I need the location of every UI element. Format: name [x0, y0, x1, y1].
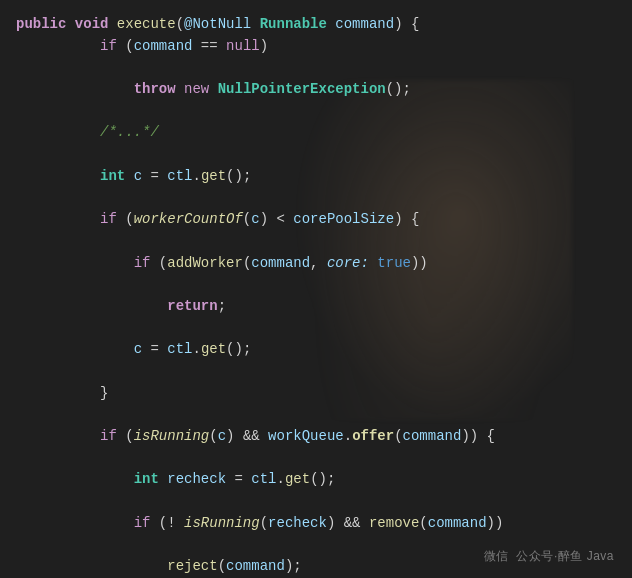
code-line: c = ctl.get(); — [16, 339, 612, 382]
code-line: int c = ctl.get(); — [16, 166, 612, 209]
code-line: int recheck = ctl.get(); — [16, 469, 612, 512]
code-line: if (isRunning(c) && workQueue.offer(comm… — [16, 426, 612, 469]
code-line-comment: /*...*/ — [16, 122, 612, 165]
annotation-notnull: @NotNull — [184, 14, 251, 36]
keyword-void: void — [75, 14, 109, 36]
code-line: if (command == null) — [16, 36, 612, 79]
keyword-throw: throw — [134, 79, 176, 101]
code-line: } — [16, 383, 612, 426]
keyword-if: if — [100, 36, 117, 58]
keyword-int: int — [100, 166, 125, 188]
code-line: public void execute(@NotNull Runnable co… — [16, 14, 612, 36]
keyword-public: public — [16, 14, 66, 36]
watermark: 微信 公众号·醉鱼 Java — [484, 547, 614, 566]
watermark-label: 公众号·醉鱼 Java — [516, 549, 614, 563]
code-line: if (addWorker(command, core: true)) — [16, 253, 612, 296]
code-screenshot: public void execute(@NotNull Runnable co… — [0, 0, 632, 578]
code-line: return; — [16, 296, 612, 339]
watermark-icon: 微信 — [484, 549, 509, 563]
method-execute: execute — [117, 14, 176, 36]
code-line: throw new NullPointerException(); — [16, 79, 612, 122]
param-command: command — [335, 14, 394, 36]
comment-ellipsis: /*...*/ — [100, 122, 159, 144]
code-block: public void execute(@NotNull Runnable co… — [0, 0, 632, 578]
type-runnable: Runnable — [260, 14, 327, 36]
code-line: if (workerCountOf(c) < corePoolSize) { — [16, 209, 612, 252]
